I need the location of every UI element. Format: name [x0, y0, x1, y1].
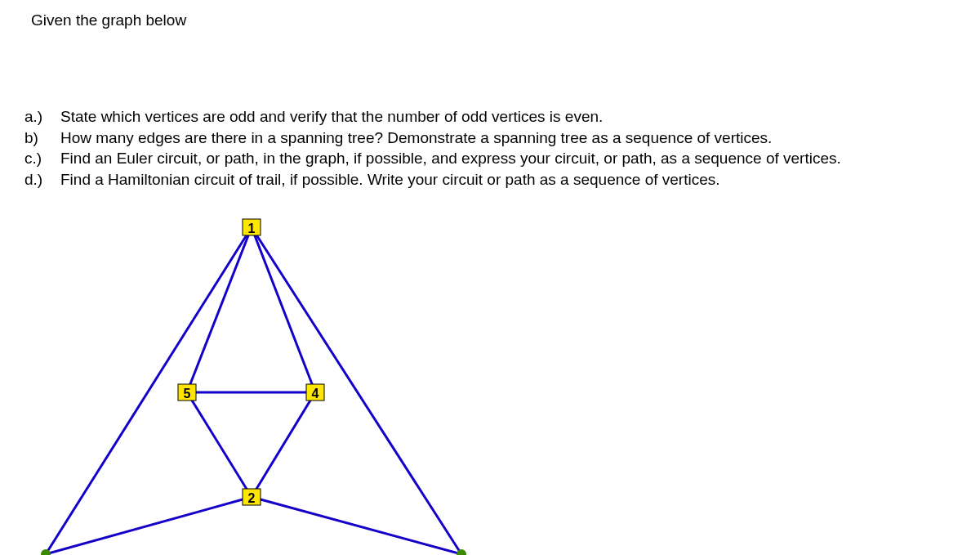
question-b: b) How many edges are there in a spannin…: [24, 128, 841, 149]
question-list: a.) State which vertices are odd and ver…: [24, 106, 841, 190]
question-a-label: a.): [24, 106, 60, 128]
edge-1-5: [187, 227, 252, 392]
question-c-text: Find an Euler circuit, or path, in the g…: [60, 148, 841, 169]
vertex-1-label: 1: [248, 222, 256, 235]
edge-4-2: [252, 392, 315, 497]
intro-text: Given the graph below: [31, 11, 186, 29]
question-a: a.) State which vertices are odd and ver…: [24, 106, 841, 128]
edge-5-2: [187, 392, 252, 497]
question-a-text: State which vertices are odd and verify …: [60, 106, 841, 128]
vertex-4-label: 4: [312, 387, 319, 401]
graph-figure: 1542: [24, 213, 514, 555]
question-b-text: How many edges are there in a spanning t…: [60, 128, 841, 149]
question-c: c.) Find an Euler circuit, or path, in t…: [24, 148, 841, 169]
vertex-2-label: 2: [248, 491, 256, 505]
question-d-text: Find a Hamiltonian circuit of trail, if …: [60, 169, 841, 190]
question-d: d.) Find a Hamiltonian circuit of trail,…: [24, 169, 841, 190]
vertex-5-label: 5: [184, 387, 191, 401]
graph-svg: 1542: [24, 213, 514, 555]
question-d-label: d.): [24, 169, 60, 190]
question-b-label: b): [24, 128, 60, 149]
question-c-label: c.): [24, 148, 60, 169]
